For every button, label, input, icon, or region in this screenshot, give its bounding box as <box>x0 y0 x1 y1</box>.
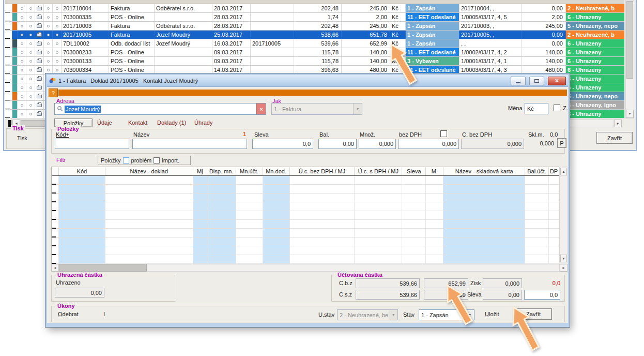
column-header[interactable]: Mn.dod. <box>263 167 290 175</box>
scrollbar-thumb[interactable] <box>626 1 633 79</box>
p-button[interactable]: P <box>557 138 566 148</box>
help-button[interactable]: ? <box>49 88 58 97</box>
mena-input[interactable]: Kč <box>525 103 548 114</box>
table-row[interactable] <box>52 220 559 229</box>
kod-input[interactable] <box>55 139 129 149</box>
table-row[interactable]: 201710004FakturaOdběratel s.r.o.28.03.20… <box>5 4 624 13</box>
empty-cell <box>236 194 263 202</box>
scrollbar-thumb[interactable] <box>59 264 147 272</box>
column-header[interactable]: Kód <box>59 167 105 175</box>
ustav-select[interactable]: 2 - Neuhrazené, be: ▾ <box>337 309 398 320</box>
chevron-down-icon[interactable]: ▾ <box>353 103 362 114</box>
table-row[interactable] <box>52 185 559 194</box>
odebrat-button[interactable]: Odebrat <box>58 311 79 317</box>
status-dot-icon <box>44 48 53 56</box>
table-row[interactable] <box>52 255 559 264</box>
scroll-right-icon[interactable]: ▸ <box>614 120 622 127</box>
z-checkbox[interactable] <box>554 105 560 111</box>
scrollbar-track[interactable] <box>147 264 560 272</box>
table-row[interactable] <box>52 194 559 202</box>
status-dot-icon <box>29 51 32 54</box>
status-badge: 6 - Uhrazeny <box>566 66 624 74</box>
bezdph-input[interactable]: 0,000 <box>398 139 459 149</box>
table-row[interactable]: 7DL10002Odb. dodací listJozef Moudrý16.0… <box>5 39 624 48</box>
clear-icon[interactable]: × <box>256 103 266 114</box>
column-header[interactable]: Disp. mn. <box>207 167 236 175</box>
table-row[interactable] <box>52 246 559 255</box>
column-header[interactable]: Název - doklad <box>105 167 193 175</box>
jak-value: 1 - Faktura <box>274 106 301 112</box>
scroll-right-icon[interactable]: ▸ <box>560 264 568 272</box>
table-row[interactable] <box>52 238 559 246</box>
table-row[interactable] <box>52 211 559 220</box>
status-badge: 1 - Zapsán <box>406 31 459 39</box>
screen: 201710004FakturaOdběratel s.r.o.28.03.20… <box>0 0 644 356</box>
documents-close-button[interactable]: Zavřít <box>596 132 633 144</box>
tab-uhrady[interactable]: Úhrady <box>194 120 212 126</box>
mnoz-input[interactable]: 0,000 <box>359 139 396 149</box>
table-row[interactable]: 703000335POS - Online28.03.20171,742,00K… <box>5 13 624 22</box>
bezdph-checkbox[interactable] <box>440 130 447 137</box>
ulozit-button[interactable]: Uložit <box>485 311 499 317</box>
print-icon <box>37 112 42 116</box>
scroll-up-icon[interactable]: ▴ <box>560 168 567 175</box>
column-header[interactable] <box>52 167 59 175</box>
minimize-button[interactable] <box>511 77 526 85</box>
kod-label[interactable]: Kód+ <box>56 131 69 138</box>
bal-input[interactable]: 0,00 <box>318 139 357 149</box>
chevron-down-icon[interactable]: ▾ <box>389 310 397 320</box>
dialog-titlebar[interactable]: 1 - Faktura Doklad 201710005 Kontakt Joz… <box>47 75 568 87</box>
jak-select[interactable]: 1 - Faktura ▾ <box>271 103 362 115</box>
tab-kontakt[interactable]: Kontakt <box>128 120 147 126</box>
items-table-body[interactable] <box>52 176 559 264</box>
tisk-button[interactable]: Tisk <box>17 135 27 141</box>
column-header[interactable]: Mj <box>193 167 207 175</box>
column-header[interactable]: DP <box>549 167 559 175</box>
gross-amount-cell: 2,00 <box>342 13 390 21</box>
status-badge: 5 - Uhrazeny, nepo <box>566 92 624 100</box>
empty-cell <box>105 185 193 193</box>
adresa-value[interactable]: Jozef Moudrý <box>65 106 101 113</box>
table-row[interactable] <box>52 202 559 211</box>
linked-doc-cell: 201710005 <box>251 39 294 48</box>
empty-cell <box>443 176 525 184</box>
column-header[interactable]: M. <box>426 167 443 175</box>
column-header[interactable]: Ú.c. bez DPH / MJ <box>290 167 355 175</box>
column-header[interactable]: Mn.účt. <box>236 167 263 175</box>
problem-checkbox[interactable] <box>123 157 129 164</box>
documents-vertical-scrollbar[interactable]: ▾ <box>625 0 634 118</box>
scroll-left-icon[interactable]: ◂ <box>51 264 59 272</box>
scroll-down-icon[interactable]: ▾ <box>626 110 634 118</box>
empty-cell <box>207 202 236 211</box>
import-checkbox[interactable] <box>154 157 160 164</box>
column-header[interactable]: Ú.c. s DPH / MJ <box>355 167 402 175</box>
items-vertical-scrollbar[interactable]: ▴ ▾ <box>559 167 568 263</box>
column-header[interactable]: Sleva <box>402 167 426 175</box>
doc-date-cell: 28.03.2017 <box>212 13 251 21</box>
adresa-input[interactable]: Jozef Moudrý × <box>54 103 266 115</box>
column-header[interactable]: Bal.účt. <box>525 167 549 175</box>
close-icon[interactable]: × <box>548 77 566 85</box>
table-row[interactable]: 201710005FakturaJozef Moudrý25.03.201753… <box>5 31 624 39</box>
item-count-badge: 1 <box>234 131 246 137</box>
nazev-input[interactable] <box>132 139 247 149</box>
table-row[interactable]: 201710003FakturaOdběratel s.r.o.28.03.20… <box>5 22 624 31</box>
empty-cell <box>105 229 193 237</box>
scroll-down-icon[interactable]: ▾ <box>560 255 567 262</box>
table-row[interactable] <box>52 176 559 185</box>
tab-udaje[interactable]: Údaje <box>97 120 112 126</box>
items-table-header[interactable]: KódNázev - dokladMjDisp. mn.Mn.účt.Mn.do… <box>52 167 559 176</box>
table-row[interactable] <box>52 229 559 238</box>
table-row[interactable]: 703000233POS - Online09.03.2017115,78140… <box>5 48 624 57</box>
sleva-input[interactable]: 0,0 <box>252 139 313 149</box>
status-dot-icon <box>21 16 23 19</box>
tab-doklady[interactable]: Doklady (1) <box>157 120 186 126</box>
nazev-label: Název <box>133 131 149 138</box>
items-horizontal-scrollbar[interactable]: ◂ ▸ <box>51 264 568 272</box>
table-row[interactable]: 703000133POS - Online09.03.2017115,78140… <box>5 57 624 66</box>
empty-cell <box>426 220 443 228</box>
column-header[interactable]: Název - skladová karta <box>443 167 525 175</box>
empty-cell <box>549 238 559 246</box>
maximize-button[interactable] <box>529 77 544 85</box>
sleva-percent-input[interactable]: 0,0 <box>524 290 560 300</box>
